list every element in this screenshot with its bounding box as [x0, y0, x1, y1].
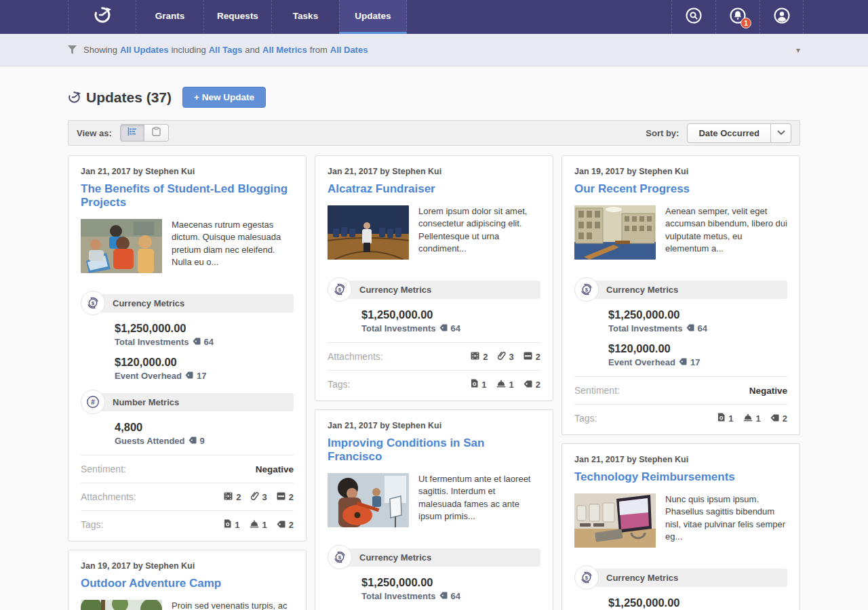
tag-icon [277, 520, 285, 530]
sort-by-label: Sort by: [646, 128, 679, 138]
filter-link[interactable]: All Metrics [262, 45, 307, 55]
messages-icon [685, 7, 703, 27]
filter-link[interactable]: All Tags [209, 45, 243, 55]
tag-dome-count: 1 [496, 380, 514, 390]
tags-row: Tags:112 [81, 510, 294, 538]
page-title: Updates (37) [86, 89, 172, 106]
currency-metrics-group: $Currency Metrics$1,250,000.00Total Inve… [328, 277, 540, 333]
card-title-link[interactable]: Improving Conditions in San Francisco [328, 436, 540, 464]
filter-expand-chevron[interactable]: ▾ [796, 45, 800, 55]
card-thumbnail-outdoor[interactable] [81, 600, 162, 610]
metric-entry: 4,800Guests Attended9 [115, 421, 294, 446]
attachments-label: Attachments: [81, 491, 136, 502]
metric-count-tag-icon [439, 591, 448, 601]
tag-dome-count: 1 [250, 520, 267, 530]
messages-button[interactable] [671, 0, 715, 34]
note-icon [471, 379, 478, 390]
attachments-row: Attachments:232 [328, 342, 540, 370]
update-card: Jan 21, 2017 by Stephen KuiThe Benefits … [68, 155, 307, 542]
list-view-toggle[interactable] [144, 124, 169, 142]
logo-icon [94, 6, 111, 26]
attachment-paperclip-count: 3 [498, 351, 514, 362]
tags-row: Tags:112 [574, 404, 787, 432]
metric-entry: $1,250,000.00Total Investments64 [361, 576, 540, 601]
card-excerpt: Lorem ipsum dolor sit amet, consectetur … [418, 205, 540, 265]
update-card: Jan 21, 2017 by Stephen KuiTechnology Re… [561, 443, 800, 610]
nav-tab-tasks[interactable]: Tasks [271, 0, 339, 34]
metric-count: 17 [197, 371, 206, 381]
sentiment-row: Sentiment:Negative [81, 455, 294, 483]
account-button[interactable] [760, 0, 804, 34]
currency-metrics-group: $Currency Metrics$1,250,000.00Total Inve… [328, 545, 540, 610]
metric-entry: $1,250,000.00Total Investments64 [115, 322, 294, 347]
notifications-button[interactable]: 1 [715, 0, 760, 34]
metric-label: Total Investments64 [361, 323, 540, 333]
tag-tag-count: 2 [524, 380, 540, 390]
card-date: Jan 21, 2017 by Stephen Kui [81, 167, 294, 176]
filter-summary: ShowingAll UpdatesincludingAll TagsandAl… [83, 45, 370, 55]
nav-tab-updates[interactable]: Updates [339, 0, 407, 34]
update-card: Jan 19, 2017 by Stephen KuiOur Recent Pr… [561, 155, 800, 435]
card-excerpt: Ut fermentum ante et laoreet sagittis. I… [418, 473, 540, 533]
metric-count-tag-icon [686, 323, 694, 333]
update-card: Jan 21, 2017 by Stephen KuiImproving Con… [315, 409, 553, 610]
video-icon [471, 352, 479, 362]
view-as-label: View as: [77, 128, 112, 138]
image-icon [277, 492, 285, 502]
filter-text: including [171, 45, 205, 55]
number-metric-icon: # [81, 390, 105, 414]
metric-count: 64 [204, 337, 214, 347]
card-title-link[interactable]: Outdoor Adventure Camp [81, 577, 294, 590]
card-excerpt: Proin sed venenatis turpis, ac sollicitu… [172, 600, 294, 610]
sort-dropdown-chevron[interactable] [771, 123, 791, 143]
card-column: Jan 21, 2017 by Stephen KuiThe Benefits … [68, 155, 307, 610]
metric-count-tag-icon [679, 357, 687, 367]
card-title-link[interactable]: Our Recent Progress [574, 182, 787, 196]
metric-count: 9 [200, 436, 205, 446]
filter-text: from [310, 45, 328, 55]
note-icon [717, 413, 725, 424]
user-icon [773, 7, 791, 27]
metric-label: Guests Attended9 [115, 436, 294, 446]
metric-entry: $1,250,000.00Total Investments64 [361, 308, 540, 333]
stream-view-toggle[interactable] [120, 124, 144, 142]
sentiment-row: Sentiment:Negative [574, 376, 787, 404]
sentiment-label: Sentiment: [574, 385, 620, 396]
attachment-video-count: 2 [224, 492, 241, 502]
card-thumbnail-gym[interactable] [328, 205, 409, 260]
dome-icon [743, 413, 753, 424]
nav-tab-grants[interactable]: Grants [136, 0, 203, 34]
currency-metrics-group: $Currency Metrics$1,250,000.00Total Inve… [81, 291, 294, 381]
tag-note-count: 1 [471, 379, 486, 390]
card-title-link[interactable]: The Benefits of Student-Led Blogging Pro… [81, 182, 294, 209]
metric-value: $1,250,000.00 [115, 322, 294, 335]
svg-text:$: $ [338, 554, 342, 561]
metric-value: $120,000.00 [608, 342, 787, 355]
tag-tag-count: 2 [277, 520, 294, 530]
card-thumbnail-computers[interactable] [574, 493, 656, 548]
main-nav-tabs: GrantsRequestsTasksUpdates [136, 0, 407, 34]
tag-icon [770, 413, 779, 424]
currency-metric-icon: $ [81, 291, 105, 315]
filter-link[interactable]: All Dates [330, 45, 368, 55]
metric-label: Event Overhead17 [115, 371, 294, 381]
card-thumbnail-guitar[interactable] [328, 473, 409, 527]
card-thumbnail-lockers[interactable] [574, 205, 656, 260]
sort-value-button[interactable]: Date Occurred [687, 123, 771, 143]
app-logo[interactable] [68, 0, 136, 34]
dome-icon [496, 380, 506, 390]
filter-text: Showing [83, 45, 117, 55]
metric-count: 64 [698, 323, 707, 333]
card-thumbnail-classroom[interactable] [81, 219, 162, 273]
attachments-row: Attachments:232 [81, 483, 294, 510]
card-title-link[interactable]: Technology Reimbursements [574, 470, 787, 484]
filter-link[interactable]: All Updates [120, 45, 169, 55]
metric-count: 17 [690, 357, 700, 367]
attachment-image-count: 2 [524, 352, 540, 362]
sentiment-value: Negative [256, 464, 294, 474]
card-title-link[interactable]: Alcatraz Fundraiser [328, 182, 540, 196]
nav-tab-requests[interactable]: Requests [203, 0, 271, 34]
metric-group-label: Currency Metrics [589, 281, 787, 299]
new-update-button[interactable]: + New Update [182, 87, 266, 108]
metric-count: 64 [451, 323, 460, 333]
